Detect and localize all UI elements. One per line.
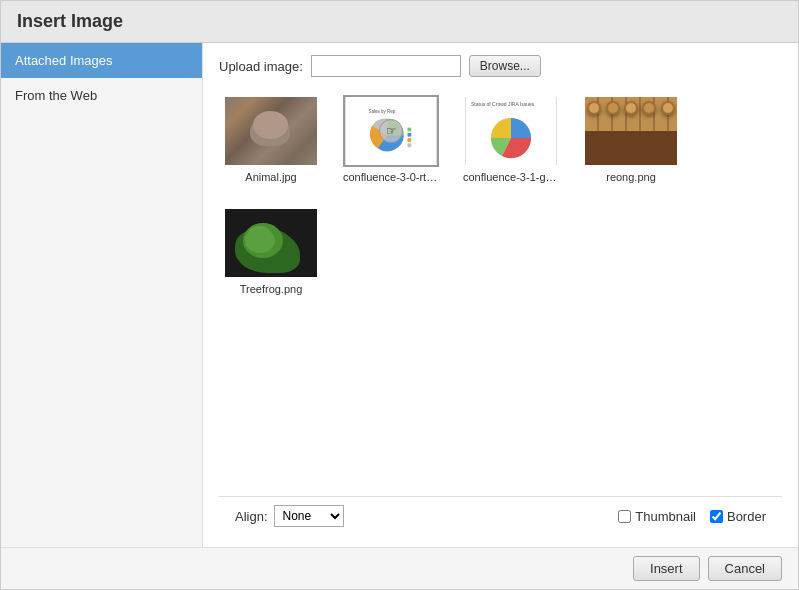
upload-label: Upload image:	[219, 59, 303, 74]
image-caption-confluence-gadget: confluence-3-1-gadget-m	[463, 171, 559, 183]
image-thumb-confluence-chart: Sales by Rep	[343, 95, 439, 167]
image-item-confluence-gadget[interactable]: Status of Crowd JIRA Issues confluence-3…	[459, 91, 563, 187]
image-thumb-animal	[223, 95, 319, 167]
svg-text:Status of Crowd JIRA Issues: Status of Crowd JIRA Issues	[471, 101, 535, 107]
svg-rect-3	[408, 133, 412, 137]
image-thumb-treefrog	[223, 207, 319, 279]
align-label: Align:	[235, 509, 268, 524]
dialog-body: Attached Images From the Web Upload imag…	[1, 43, 798, 547]
image-caption-confluence-chart: confluence-3-0-rte-chart-r	[343, 171, 439, 183]
image-caption-reong: reong.png	[606, 171, 656, 183]
cursor-icon: ☞	[386, 124, 397, 138]
svg-rect-2	[408, 128, 412, 132]
image-item-animal[interactable]: Animal.jpg	[219, 91, 323, 187]
cancel-button[interactable]: Cancel	[708, 556, 782, 581]
upload-input[interactable]	[311, 55, 461, 77]
thumbnail-checkbox[interactable]	[618, 510, 631, 523]
reong-thumbnail	[585, 96, 677, 166]
insert-button[interactable]: Insert	[633, 556, 700, 581]
thumbnail-label: Thumbnail	[635, 509, 696, 524]
animal-thumbnail	[225, 96, 317, 166]
insert-image-dialog: Insert Image Attached Images From the We…	[0, 0, 799, 590]
svg-text:Sales by Rep: Sales by Rep	[369, 109, 396, 114]
border-label: Border	[727, 509, 766, 524]
bottom-bar: Align: None Left Center Right Thumbnail	[219, 496, 782, 535]
images-grid: Animal.jpg Sales by Rep	[219, 91, 782, 496]
main-content: Upload image: Browse... Animal.jpg	[203, 43, 798, 547]
sidebar-item-from-web[interactable]: From the Web	[1, 78, 202, 113]
dialog-title: Insert Image	[1, 1, 798, 43]
border-checkbox-label[interactable]: Border	[710, 509, 766, 524]
image-item-confluence-chart[interactable]: Sales by Rep	[339, 91, 443, 187]
upload-row: Upload image: Browse...	[219, 55, 782, 77]
align-row: Align: None Left Center Right	[235, 505, 602, 527]
image-caption-treefrog: Treefrog.png	[240, 283, 303, 295]
image-caption-animal: Animal.jpg	[245, 171, 296, 183]
gadget-thumbnail: Status of Crowd JIRA Issues	[465, 96, 557, 166]
image-item-treefrog[interactable]: Treefrog.png	[219, 203, 323, 299]
align-select[interactable]: None Left Center Right	[274, 505, 344, 527]
svg-rect-4	[408, 138, 412, 142]
gadget-svg: Status of Crowd JIRA Issues	[467, 98, 555, 164]
sidebar: Attached Images From the Web	[1, 43, 203, 547]
border-checkbox[interactable]	[710, 510, 723, 523]
thumbnail-checkbox-label[interactable]: Thumbnail	[618, 509, 696, 524]
treefrog-thumbnail	[225, 208, 317, 278]
image-item-reong[interactable]: reong.png	[579, 91, 683, 187]
cursor-overlay: ☞	[379, 119, 403, 143]
image-thumb-reong	[583, 95, 679, 167]
dialog-footer: Insert Cancel	[1, 547, 798, 589]
browse-button[interactable]: Browse...	[469, 55, 541, 77]
sidebar-item-attached-images[interactable]: Attached Images	[1, 43, 202, 78]
checkbox-row: Thumbnail Border	[618, 509, 766, 524]
svg-rect-5	[408, 143, 412, 147]
image-thumb-confluence-gadget: Status of Crowd JIRA Issues	[463, 95, 559, 167]
